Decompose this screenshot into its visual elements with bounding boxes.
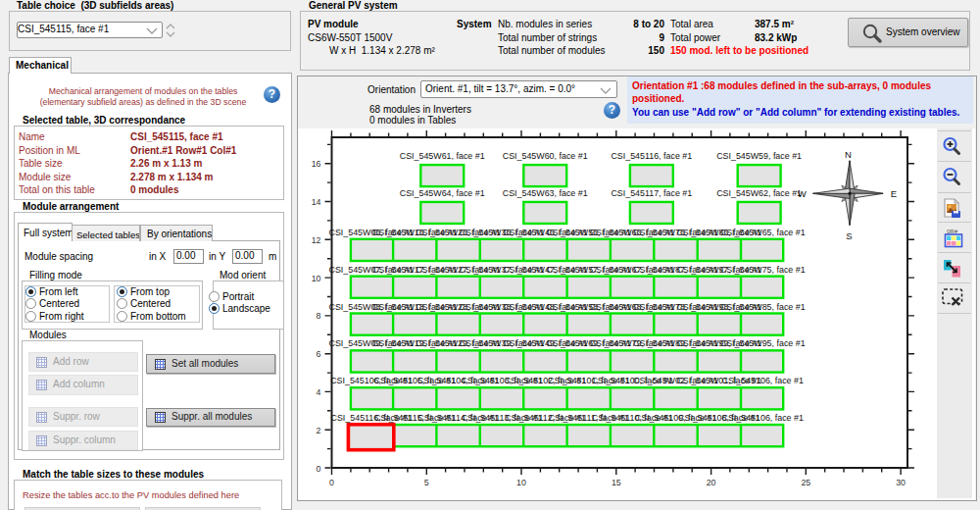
svg-text:5: 5 — [424, 478, 429, 487]
svg-text:CSI_545W59, face #1: CSI_545W59, face #1 — [716, 151, 802, 161]
svg-text:CSI_545W60, face #1: CSI_545W60, face #1 — [503, 151, 588, 161]
svg-text:10: 10 — [312, 274, 321, 283]
svg-text:2: 2 — [317, 426, 321, 435]
svg-text:6: 6 — [317, 349, 321, 359]
svg-text:25: 25 — [801, 478, 810, 487]
svg-text:10: 10 — [516, 478, 526, 487]
svg-text:N: N — [845, 149, 852, 160]
svg-text:CSI_545106, face #1: CSI_545106, face #1 — [722, 376, 804, 385]
svg-text:CSI_545117, face #1: CSI_545117, face #1 — [611, 188, 692, 198]
svg-text:W: W — [798, 188, 807, 199]
svg-text:15: 15 — [612, 478, 621, 487]
svg-text:CSI_545W95, face #1: CSI_545W95, face #1 — [720, 338, 806, 348]
svg-text:14: 14 — [312, 197, 321, 207]
svg-text:0: 0 — [329, 478, 334, 487]
svg-text:12: 12 — [312, 235, 321, 245]
svg-text:4: 4 — [317, 387, 321, 397]
svg-text:S: S — [846, 230, 852, 241]
svg-text:8: 8 — [317, 311, 321, 321]
svg-text:CSI_545116, face #1: CSI_545116, face #1 — [611, 151, 692, 161]
svg-text:0: 0 — [317, 464, 321, 474]
svg-text:CSI_545W85, face #1: CSI_545W85, face #1 — [720, 302, 806, 312]
svg-text:CSI_545W75, face #1: CSI_545W75, face #1 — [720, 265, 806, 275]
svg-text:CSI_545W64, face #1: CSI_545W64, face #1 — [400, 188, 485, 198]
svg-text:CSI_545106, face #1: CSI_545106, face #1 — [722, 413, 804, 423]
svg-text:16: 16 — [312, 159, 321, 169]
svg-text:30: 30 — [896, 478, 906, 487]
svg-text:CSI_545W63, face #1: CSI_545W63, face #1 — [503, 188, 588, 198]
svg-text:0R#: 0R# — [947, 229, 958, 234]
svg-text:CSI_545W65, face #1: CSI_545W65, face #1 — [720, 228, 806, 237]
svg-text:E: E — [891, 188, 897, 199]
svg-text:20: 20 — [707, 478, 716, 487]
svg-text:CSI_545W62, face #1: CSI_545W62, face #1 — [716, 188, 802, 198]
svg-text:CSI_545W61, face #1: CSI_545W61, face #1 — [400, 151, 485, 161]
